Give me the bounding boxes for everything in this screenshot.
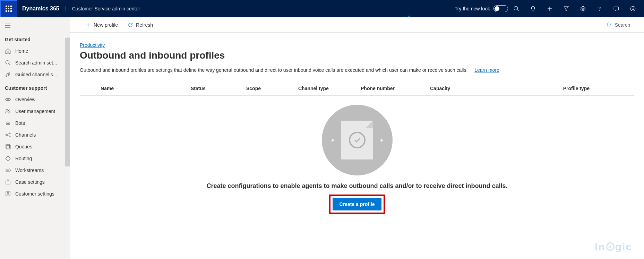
command-search[interactable]: Search xyxy=(607,22,630,28)
customer-icon xyxy=(5,191,11,197)
topbar-icon-group xyxy=(508,0,644,17)
svg-point-14 xyxy=(599,10,600,10)
nav-group-get-started: Get started xyxy=(0,32,70,45)
svg-point-44 xyxy=(607,23,610,26)
column-header-name[interactable]: Name↑ xyxy=(101,86,191,91)
brand-label[interactable]: Dynamics 365 xyxy=(17,6,66,12)
column-header-profile-type[interactable]: Profile type xyxy=(524,86,593,91)
global-topbar: Dynamics 365 Customer Service admin cent… xyxy=(0,0,644,17)
topbar-search-button[interactable] xyxy=(508,0,525,17)
topbar-assistant-button[interactable] xyxy=(608,0,625,17)
page-title: Outbound and inbound profiles xyxy=(80,50,634,61)
nav-item-search-admin[interactable]: Search admin set... xyxy=(0,57,70,69)
topbar-ideas-button[interactable] xyxy=(525,0,541,17)
refresh-button[interactable]: Refresh xyxy=(123,17,158,33)
nav-collapse-button[interactable] xyxy=(0,19,15,32)
svg-point-13 xyxy=(582,8,584,10)
refresh-label: Refresh xyxy=(136,22,153,28)
nav-item-label: Overview xyxy=(15,97,35,102)
nav-item-queues[interactable]: Queues xyxy=(0,141,70,153)
home-icon xyxy=(5,48,11,54)
new-profile-button[interactable]: New profile xyxy=(80,17,123,33)
gear-icon xyxy=(580,6,586,12)
users-icon xyxy=(5,108,11,114)
nav-item-label: Home xyxy=(15,48,28,54)
overview-icon xyxy=(5,96,11,103)
topbar-help-button[interactable] xyxy=(591,0,608,17)
topbar-add-button[interactable] xyxy=(541,0,558,17)
svg-point-17 xyxy=(632,8,632,8)
topbar-feedback-button[interactable] xyxy=(625,0,641,17)
sparkle-icon: ✦ xyxy=(330,137,335,144)
nav-item-bots[interactable]: Bots xyxy=(0,117,70,129)
hamburger-icon xyxy=(5,23,10,28)
svg-rect-4 xyxy=(8,8,9,9)
nav-item-customer-settings[interactable]: Customer settings xyxy=(0,188,70,200)
try-new-look-label: Try the new look xyxy=(455,6,490,11)
svg-rect-7 xyxy=(8,10,9,12)
waffle-icon xyxy=(6,6,12,12)
column-header-capacity[interactable]: Capacity xyxy=(430,86,524,91)
highlight-annotation: Create a profile xyxy=(329,195,385,214)
svg-point-34 xyxy=(9,136,10,137)
nav-item-user-management[interactable]: User management xyxy=(0,105,70,117)
search-icon xyxy=(607,22,612,28)
empty-state-illustration: ✦ ✦ xyxy=(322,105,393,175)
svg-point-25 xyxy=(7,99,9,101)
svg-point-26 xyxy=(6,109,8,111)
nav-item-home[interactable]: Home xyxy=(0,45,70,57)
nav-scrollbar[interactable] xyxy=(65,38,70,166)
column-header-scope[interactable]: Scope xyxy=(246,86,298,91)
svg-rect-28 xyxy=(6,122,10,125)
main-region: New profile Refresh Search Productivity … xyxy=(70,17,644,259)
nav-item-overview[interactable]: Overview xyxy=(0,94,70,105)
svg-rect-6 xyxy=(6,10,7,12)
svg-rect-38 xyxy=(7,145,10,149)
svg-rect-39 xyxy=(6,181,10,184)
workstreams-icon xyxy=(5,167,11,173)
document-icon xyxy=(341,121,373,159)
create-profile-button[interactable]: Create a profile xyxy=(333,198,382,210)
svg-rect-5 xyxy=(10,8,12,9)
page-description-text: Outbound and inbound profiles are settin… xyxy=(80,67,467,73)
nav-item-label: Case settings xyxy=(15,179,45,185)
svg-point-32 xyxy=(6,135,7,136)
svg-rect-1 xyxy=(8,6,9,7)
svg-line-36 xyxy=(7,135,9,136)
channels-icon xyxy=(5,132,11,138)
left-nav: ︿ Get started Home Search admin set... G… xyxy=(0,17,70,259)
column-header-phone-number[interactable]: Phone number xyxy=(361,86,430,91)
nav-item-label: Customer settings xyxy=(15,191,54,197)
column-header-channel-type[interactable]: Channel type xyxy=(298,86,361,91)
svg-line-10 xyxy=(517,9,519,11)
learn-more-link[interactable]: Learn more xyxy=(474,67,499,73)
empty-state-headline: Create configurations to enable agents t… xyxy=(206,182,507,190)
app-launcher-button[interactable] xyxy=(0,0,17,17)
search-icon xyxy=(5,60,11,66)
table-header-row: Name↑ Status Scope Channel type Phone nu… xyxy=(80,81,634,96)
nav-item-channels[interactable]: Channels xyxy=(0,129,70,141)
breadcrumb-link[interactable]: Productivity xyxy=(80,42,105,48)
sparkle-icon: ✦ xyxy=(379,137,384,144)
svg-point-18 xyxy=(634,8,634,8)
svg-point-29 xyxy=(7,123,8,124)
topbar-filter-button[interactable] xyxy=(558,0,575,17)
svg-point-33 xyxy=(9,133,10,134)
nav-item-label: Search admin set... xyxy=(15,60,57,66)
svg-rect-3 xyxy=(6,8,7,9)
column-header-label: Name xyxy=(101,86,114,91)
plus-icon xyxy=(547,6,553,12)
nav-item-case-settings[interactable]: Case settings xyxy=(0,176,70,188)
try-new-look-toggle[interactable] xyxy=(493,5,508,12)
nav-item-label: Guided channel s... xyxy=(15,72,57,77)
nav-item-routing[interactable]: Routing xyxy=(0,153,70,164)
column-header-status[interactable]: Status xyxy=(191,86,246,91)
topbar-settings-button[interactable] xyxy=(575,0,591,17)
svg-rect-0 xyxy=(6,6,7,7)
nav-item-label: Workstreams xyxy=(15,167,44,173)
nav-item-label: Routing xyxy=(15,156,32,161)
nav-item-workstreams[interactable]: Workstreams xyxy=(0,164,70,176)
nav-group-customer-support: Customer support xyxy=(0,80,70,94)
nav-item-guided-channel[interactable]: Guided channel s... xyxy=(0,69,70,80)
funnel-icon xyxy=(563,6,569,12)
